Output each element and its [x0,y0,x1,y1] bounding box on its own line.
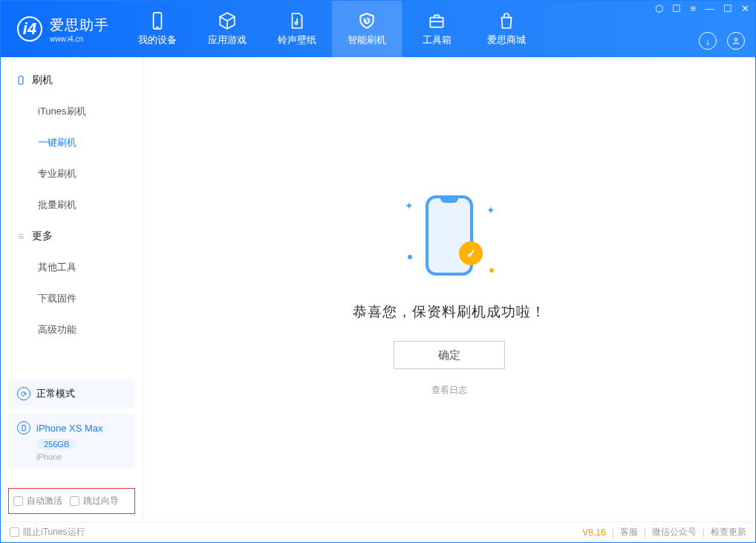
svg-rect-0 [154,13,162,29]
mode-icon: ⟳ [17,387,30,400]
feedback-icon[interactable]: ☐ [672,3,681,14]
shopping-bag-icon [497,11,516,30]
checkbox-block-itunes[interactable]: 阻止iTunes运行 [10,526,85,539]
window-controls: ⬡ ☐ ≡ — ☐ ✕ [655,3,749,14]
app-name: 爱思助手 [50,16,109,35]
options-box: 自动激活 跳过向导 [8,488,135,514]
checkbox-icon [70,496,79,506]
dot-icon [408,255,412,259]
svg-rect-6 [19,77,23,85]
tab-toolbox[interactable]: 工具箱 [402,1,472,57]
device-type: iPhone [36,452,126,461]
menu-icon[interactable]: ≡ [690,3,696,14]
check-update-link[interactable]: 检查更新 [711,526,746,539]
group-title: 刷机 [32,74,53,87]
checkbox-icon [13,496,23,506]
checkbox-icon [10,527,19,537]
svg-rect-3 [430,18,443,27]
support-link[interactable]: 客服 [620,526,638,539]
checkbox-auto-activate[interactable]: 自动激活 [13,495,62,507]
sparkle-icon: ✦ [405,200,414,212]
device-icon-small [17,421,30,435]
device-card[interactable]: iPhone XS Max 256GB iPhone [8,414,135,469]
device-name: iPhone XS Max [36,423,103,434]
separator: | [644,527,646,538]
sidebar-item-advanced[interactable]: 高级功能 [1,314,143,345]
sidebar-group-more[interactable]: ≡ 更多 [1,221,143,252]
app-site: www.i4.cn [50,35,109,43]
logo-icon: i4 [17,16,42,42]
sidebar-group-flash[interactable]: 刷机 [1,65,143,96]
sidebar-item-itunes-flash[interactable]: iTunes刷机 [1,96,143,127]
phone-small-icon [16,75,26,85]
maximize-button[interactable]: ☐ [723,3,732,14]
app-logo: i4 爱思助手 www.i4.cn [1,1,123,57]
separator: | [612,527,614,538]
tab-label: 智能刷机 [348,33,386,47]
cube-icon [218,11,237,30]
tab-label: 应用游戏 [208,33,247,47]
tab-label: 工具箱 [423,33,452,47]
sparkle-icon: ✦ [486,204,495,216]
device-storage: 256GB [36,439,76,449]
tab-store[interactable]: 爱思商城 [472,1,541,57]
checkbox-label: 跳过向导 [83,495,119,507]
tab-label: 我的设备 [138,33,177,47]
sidebar-item-other-tools[interactable]: 其他工具 [1,252,143,283]
toolbox-icon [427,11,446,30]
device-mode-card[interactable]: ⟳ 正常模式 [8,380,135,408]
checkbox-label: 阻止iTunes运行 [23,526,85,539]
version-label: V8.16 [582,527,605,538]
tab-apps-games[interactable]: 应用游戏 [192,1,262,57]
mode-label: 正常模式 [36,387,75,400]
minimize-button[interactable]: — [705,3,714,14]
main-content: ✦ ✦ ✓ 恭喜您，保资料刷机成功啦！ 确定 查看日志 [143,57,755,521]
svg-point-2 [295,22,297,25]
refresh-shield-icon [357,11,377,30]
tab-my-device[interactable]: 我的设备 [123,1,192,57]
check-badge-icon: ✓ [459,241,483,265]
wechat-link[interactable]: 微信公众号 [652,526,697,539]
user-icon[interactable] [727,32,745,50]
shirt-icon[interactable]: ⬡ [655,3,663,14]
view-log-link[interactable]: 查看日志 [431,384,467,397]
dot-icon [489,268,494,273]
success-message: 恭喜您，保资料刷机成功啦！ [353,302,546,322]
success-illustration: ✦ ✦ ✓ [382,183,516,287]
tab-ringtones-wallpapers[interactable]: 铃声壁纸 [262,1,332,57]
main-tabs: 我的设备 应用游戏 铃声壁纸 智能刷机 工具箱 爱思商城 [123,1,541,57]
list-icon: ≡ [16,231,26,241]
checkbox-label: 自动激活 [27,495,62,507]
svg-rect-7 [22,425,25,431]
separator: | [703,527,705,538]
sidebar-item-batch-flash[interactable]: 批量刷机 [1,189,143,221]
sidebar-item-oneclick-flash[interactable]: 一键刷机 [1,127,143,158]
tab-label: 爱思商城 [487,33,526,47]
tab-smart-flash[interactable]: 智能刷机 [332,1,402,57]
sidebar-item-download-firmware[interactable]: 下载固件 [1,283,143,314]
status-bar: 阻止iTunes运行 V8.16 | 客服 | 微信公众号 | 检查更新 [1,521,755,542]
sidebar: 刷机 iTunes刷机 一键刷机 专业刷机 批量刷机 ≡ 更多 其他工具 下载固… [1,57,143,521]
group-title: 更多 [32,230,53,243]
checkbox-skip-guide[interactable]: 跳过向导 [70,495,119,507]
music-file-icon [287,11,307,30]
close-button[interactable]: ✕ [741,3,749,14]
header-actions: ↓ [699,32,745,50]
download-icon[interactable]: ↓ [699,32,717,50]
title-bar: i4 爱思助手 www.i4.cn 我的设备 应用游戏 铃声壁纸 智能刷机 工具… [1,1,755,57]
sidebar-item-pro-flash[interactable]: 专业刷机 [1,158,143,189]
tab-label: 铃声壁纸 [278,33,316,47]
device-icon [148,11,167,30]
svg-point-5 [734,39,737,42]
ok-button[interactable]: 确定 [394,341,505,369]
